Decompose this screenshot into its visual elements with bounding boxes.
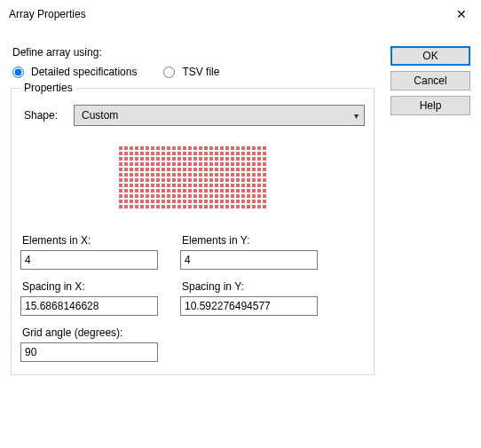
preview-dot [231, 162, 234, 166]
preview-dot [140, 173, 144, 177]
radio-detailed[interactable]: Detailed specifications [12, 66, 137, 78]
preview-dot [236, 152, 240, 155]
preview-dot [204, 200, 208, 203]
radio-tsv[interactable]: TSV file [163, 66, 219, 78]
help-button[interactable]: Help [390, 96, 470, 115]
preview-dot [252, 168, 256, 171]
dialog-content: Define array using: Detailed specificati… [0, 28, 481, 386]
preview-dot [247, 157, 250, 161]
preview-dot [119, 184, 122, 187]
ok-button[interactable]: OK [390, 46, 470, 66]
preview-dot [177, 178, 181, 182]
preview-dot [135, 168, 138, 171]
input-spacing-x[interactable] [20, 296, 158, 316]
preview-dot [130, 194, 133, 198]
preview-dot [162, 162, 165, 166]
preview-dot [241, 173, 245, 177]
preview-dot [247, 194, 250, 198]
input-spacing-y[interactable] [180, 296, 318, 316]
preview-dot [172, 157, 176, 161]
preview-dot [172, 194, 176, 198]
preview-dot [172, 168, 176, 171]
preview-dot [209, 184, 213, 187]
preview-dot [162, 168, 165, 171]
preview-dot [199, 157, 202, 161]
dialog-window: Array Properties ✕ Define array using: D… [0, 0, 481, 448]
preview-dot [241, 184, 245, 187]
preview-dot [119, 162, 122, 166]
preview-dot [220, 194, 224, 198]
preview-dot [252, 205, 256, 208]
preview-dot [135, 200, 138, 203]
preview-dot [257, 173, 261, 177]
preview-dot [151, 162, 154, 166]
preview-dot [231, 152, 234, 155]
preview-dot [119, 152, 122, 155]
preview-area [45, 133, 340, 222]
preview-dot [215, 200, 218, 203]
preview-dot [119, 200, 122, 203]
preview-dot [167, 157, 170, 161]
preview-dot [193, 162, 197, 166]
preview-dot [146, 162, 149, 166]
preview-dot [263, 162, 266, 166]
preview-dot [215, 146, 218, 150]
preview-dot [220, 157, 224, 161]
preview-dot [156, 205, 160, 208]
field-elements-y: Elements in Y: [180, 232, 322, 270]
radio-tsv-label: TSV file [182, 66, 219, 78]
preview-dot [231, 178, 234, 182]
preview-dot [183, 157, 186, 161]
preview-dot [220, 146, 224, 150]
preview-dot [247, 205, 250, 208]
preview-dot [167, 178, 170, 182]
preview-dot [257, 168, 261, 171]
intro-label: Define array using: [12, 46, 375, 59]
preview-dot [247, 189, 250, 193]
preview-dot [193, 157, 197, 161]
preview-dot [140, 200, 144, 203]
preview-dot [162, 173, 165, 177]
preview-dot [236, 162, 240, 166]
preview-dot [263, 194, 266, 198]
preview-dot [135, 157, 138, 161]
preview-dot [130, 146, 133, 150]
preview-dot [151, 205, 154, 208]
preview-dot [183, 205, 186, 208]
preview-dot [241, 194, 245, 198]
input-elements-x[interactable] [20, 250, 158, 270]
preview-dot [177, 184, 181, 187]
preview-dot [231, 189, 234, 193]
preview-dot [135, 162, 138, 166]
preview-dot [236, 189, 240, 193]
close-button[interactable]: ✕ [441, 1, 481, 28]
shape-select[interactable]: Custom ▾ [74, 105, 365, 126]
preview-dot [130, 162, 133, 166]
preview-dot [167, 152, 170, 155]
radio-detailed-input[interactable] [12, 67, 24, 78]
preview-dot [146, 194, 149, 198]
preview-dot [167, 168, 170, 171]
preview-dot [172, 152, 176, 155]
preview-dot [177, 189, 181, 193]
preview-dot [209, 200, 213, 203]
input-grid-angle[interactable] [20, 342, 158, 362]
preview-dot [199, 189, 202, 193]
preview-dot [124, 152, 128, 155]
preview-dot [162, 157, 165, 161]
cancel-button[interactable]: Cancel [390, 71, 470, 90]
preview-dot [183, 189, 186, 193]
field-spacing-y: Spacing in Y: [180, 279, 322, 316]
input-elements-y[interactable] [180, 250, 318, 270]
preview-dot [183, 168, 186, 171]
preview-dot [130, 152, 133, 155]
preview-dot [188, 200, 192, 203]
preview-dot [151, 189, 154, 193]
preview-dot [151, 184, 154, 187]
preview-dot [209, 189, 213, 193]
radio-tsv-input[interactable] [163, 67, 175, 78]
preview-dot [162, 146, 165, 150]
preview-dot [263, 152, 266, 155]
preview-dot [156, 200, 160, 203]
preview-dot [225, 173, 229, 177]
